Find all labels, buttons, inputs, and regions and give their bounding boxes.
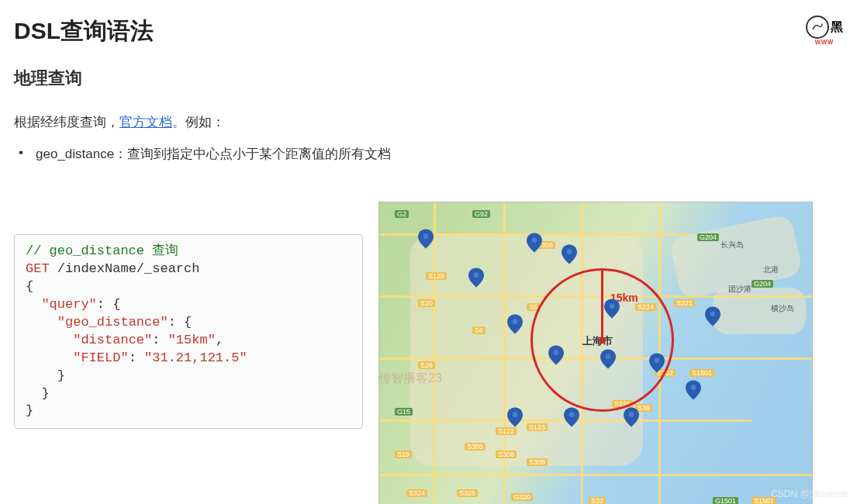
code-method: GET [26,261,50,276]
map-pin-icon [507,314,523,334]
road-label: G204 [697,233,719,241]
map-illustration: G2 G92 S308 G204 G204 S20 S6 S5 S26 S224… [378,202,813,504]
svg-point-2 [532,237,537,243]
road-label: S306 [496,450,517,458]
road-label: S1501 [689,369,714,377]
code-brace: { [26,279,33,294]
map-pin-icon [624,407,639,427]
brand-logo: 黑 www [806,16,843,46]
bullet-item: geo_distance：查询到指定中心点小于某个距离值的所有文档 [0,131,857,163]
road-label: S324 [406,489,427,497]
map-pin-icon [507,407,523,427]
svg-point-4 [513,319,518,324]
svg-point-1 [474,272,479,278]
brand-icon [806,16,829,39]
map-place-label: 团沙港 [728,284,752,295]
code-comment: // geo_distance 查询 [26,243,178,258]
docs-link[interactable]: 官方文档 [119,115,172,129]
road-label: S308 [527,458,548,466]
svg-point-11 [569,412,575,417]
map-pin-icon [604,299,620,319]
svg-point-6 [554,350,559,355]
page-title: DSL查询语法 [14,16,154,47]
section-heading: 地理查询 [0,47,857,90]
brand-text: 黑 [831,19,843,36]
road-label: S325 [457,489,478,497]
map-pin-icon [600,349,616,369]
watermark-corner: CSDN @Slinamse [771,488,848,499]
svg-point-9 [710,311,716,316]
road-label: G1501 [713,497,738,504]
map-pin-icon [527,233,542,253]
road-label: G15 [395,408,413,416]
brand-subtext: www [815,37,835,46]
road-label: S20 [418,299,435,307]
road-label: G92 [472,210,490,218]
road-label: S123 [527,423,548,431]
road-label: S305 [465,443,486,450]
svg-point-3 [567,249,572,254]
road-label: S128 [426,272,447,280]
road-label: S6 [472,326,486,334]
map-pin-icon [418,229,434,249]
description-line: 根据经纬度查询，官方文档。例如： [0,90,857,131]
map-pin-icon [468,268,484,288]
map-place-label: 横沙岛 [771,303,794,314]
road-label: S221 [674,299,695,307]
svg-point-10 [629,412,634,417]
svg-point-12 [691,385,696,390]
map-pin-icon [564,407,579,427]
code-path: /indexName/_search [57,261,200,276]
road-label: S26 [418,361,435,369]
road-label: S19 [395,450,412,458]
map-place-label: 长兴岛 [721,240,744,250]
svg-point-0 [423,233,429,239]
svg-point-8 [655,357,660,363]
code-block: // geo_distance 查询 GET /indexName/_searc… [14,234,363,429]
svg-point-7 [606,354,611,359]
desc-prefix: 根据经纬度查询， [14,115,119,129]
desc-suffix: 。例如： [172,115,225,129]
map-pin-icon [548,345,564,365]
map-pin-icon [562,244,577,264]
map-pin-icon [649,353,665,373]
road-label: S122 [496,427,517,435]
map-pin-icon [686,380,701,400]
road-label: G204 [752,280,773,288]
svg-point-13 [513,412,518,417]
map-place-label: 北港 [763,264,779,275]
road-label: G2 [395,210,409,218]
road-label: G320 [511,493,533,501]
svg-point-5 [610,303,615,309]
radius-line [601,271,603,340]
map-pin-icon [705,306,721,326]
road-label: S32 [589,497,606,504]
